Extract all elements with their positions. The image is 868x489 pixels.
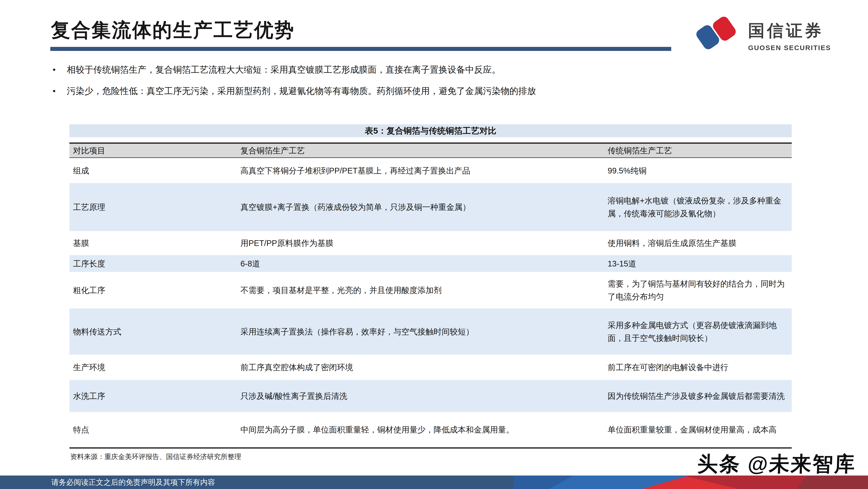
cell-composite-process: 6-8道 bbox=[241, 257, 608, 270]
cell-item-label: 特点 bbox=[69, 423, 241, 436]
cell-composite-process: 用PET/PP原料膜作为基膜 bbox=[241, 237, 608, 249]
header-cell-traditional: 传统铜箔生产工艺 bbox=[608, 145, 792, 156]
cell-item-label: 粗化工序 bbox=[69, 284, 241, 297]
cell-composite-process: 真空镀膜+离子置换（药液成份较为简单，只涉及铜一种重金属） bbox=[241, 201, 608, 214]
table-row: 物料传送方式 采用连续离子置换法（操作容易，效率好，与空气接触时间较短） 采用多… bbox=[69, 308, 792, 355]
table-row: 水洗工序 只涉及碱/酸性离子置换后清洗 因为传统铜箔生产涉及镀多种金属镀后都需要… bbox=[69, 380, 792, 412]
logo-name-cn: 国信证券 bbox=[748, 20, 831, 42]
guosen-logo: 国信证券 GUOSEN SECURITIES bbox=[692, 14, 831, 54]
table-row: 基膜 用PET/PP原料膜作为基膜 使用铜料，溶铜后生成原箔生产基膜 bbox=[69, 231, 792, 255]
page-title: 复合集流体的生产工艺优势 bbox=[51, 17, 295, 43]
footer-disclaimer: 请务必阅读正文之后的免责声明及其项下所有内容 bbox=[51, 476, 215, 489]
cell-traditional-process: 使用铜料，溶铜后生成原箔生产基膜 bbox=[608, 237, 792, 249]
comparison-table: 表5：复合铜箔与传统铜箔工艺对比 对比项目 复合铜箔生产工艺 传统铜箔生产工艺 … bbox=[69, 124, 792, 461]
table-row: 特点 中间层为高分子膜，单位面积重量轻，铜材使用量少，降低成本和金属用量。 单位… bbox=[69, 412, 792, 447]
table-row: 工序长度 6-8道 13-15道 bbox=[69, 255, 792, 272]
bullet-text: 相较于传统铜箔生产，复合铜箔工艺流程大大缩短：采用真空镀膜工艺形成膜面，直接在离… bbox=[67, 64, 501, 75]
cell-composite-process: 采用连续离子置换法（操作容易，效率好，与空气接触时间较短） bbox=[241, 325, 608, 338]
cell-item-label: 水洗工序 bbox=[69, 390, 241, 402]
header-cell-composite: 复合铜箔生产工艺 bbox=[241, 145, 608, 156]
cell-traditional-process: 99.5%纯铜 bbox=[608, 164, 792, 177]
cell-item-label: 组成 bbox=[69, 164, 241, 177]
cell-composite-process: 不需要，项目基材是平整，光亮的，并且使用酸度添加剂 bbox=[241, 284, 608, 297]
logo-text: 国信证券 GUOSEN SECURITIES bbox=[748, 20, 831, 52]
logo-name-en: GUOSEN SECURITIES bbox=[748, 44, 831, 52]
cell-traditional-process: 采用多种金属电镀方式（更容易使镀液滴漏到地面，且于空气接触时间较长） bbox=[608, 319, 792, 344]
cell-item-label: 物料传送方式 bbox=[69, 325, 241, 338]
table-row: 工艺原理 真空镀膜+离子置换（药液成份较为简单，只涉及铜一种重金属） 溶铜电解+… bbox=[69, 183, 792, 231]
guosen-logo-icon bbox=[692, 14, 742, 54]
footer-decorative-graphic bbox=[513, 476, 868, 489]
cell-traditional-process: 13-15道 bbox=[608, 257, 792, 270]
table-caption-gap bbox=[69, 137, 792, 143]
watermark-text: 头条 @未来智库 bbox=[697, 450, 857, 478]
bullet-text: 污染少，危险性低：真空工序无污染，采用新型药剂，规避氰化物等有毒物质。药剂循环使… bbox=[67, 85, 536, 97]
header-cell-item: 对比项目 bbox=[69, 145, 241, 156]
bullet-dot-icon: • bbox=[53, 64, 67, 75]
cell-traditional-process: 需要，为了铜箔与基材间有较好的结合力，同时为了电流分布均匀 bbox=[608, 277, 792, 303]
cell-item-label: 生产环境 bbox=[69, 361, 241, 374]
slide-page: 复合集流体的生产工艺优势 国信证券 GUOSEN SECURITIES • 相较… bbox=[0, 0, 868, 489]
cell-traditional-process: 单位面积重量较重，金属铜材使用量高，成本高 bbox=[608, 423, 792, 436]
table-caption: 表5：复合铜箔与传统铜箔工艺对比 bbox=[69, 124, 792, 137]
cell-item-label: 工艺原理 bbox=[69, 201, 241, 214]
table-row: 生产环境 前工序真空腔体构成了密闭环境 前工序在可密闭的电解设备中进行 bbox=[69, 355, 792, 380]
bullet-dot-icon: • bbox=[53, 85, 67, 97]
bullet-item: • 相较于传统铜箔生产，复合铜箔工艺流程大大缩短：采用真空镀膜工艺形成膜面，直接… bbox=[53, 64, 501, 75]
cell-composite-process: 中间层为高分子膜，单位面积重量轻，铜材使用量少，降低成本和金属用量。 bbox=[241, 423, 608, 436]
cell-composite-process: 高真空下将铜分子堆积到PP/PET基膜上，再经过离子置换出产品 bbox=[241, 164, 608, 177]
table-body: 对比项目 复合铜箔生产工艺 传统铜箔生产工艺 组成 高真空下将铜分子堆积到PP/… bbox=[69, 143, 792, 449]
table-row: 粗化工序 不需要，项目基材是平整，光亮的，并且使用酸度添加剂 需要，为了铜箔与基… bbox=[69, 272, 792, 308]
footer-bar: 请务必阅读正文之后的免责声明及其项下所有内容 bbox=[0, 476, 868, 489]
cell-item-label: 基膜 bbox=[69, 237, 241, 249]
bullet-item: • 污染少，危险性低：真空工序无污染，采用新型药剂，规避氰化物等有毒物质。药剂循… bbox=[53, 85, 536, 97]
cell-traditional-process: 因为传统铜箔生产涉及镀多种金属镀后都需要清洗 bbox=[608, 390, 792, 402]
source-note: 资料来源：重庆金美环评报告、国信证券经济研究所整理 bbox=[69, 452, 792, 461]
table-row: 组成 高真空下将铜分子堆积到PP/PET基膜上，再经过离子置换出产品 99.5%… bbox=[69, 158, 792, 183]
cell-composite-process: 只涉及碱/酸性离子置换后清洗 bbox=[241, 390, 608, 402]
cell-traditional-process: 前工序在可密闭的电解设备中进行 bbox=[608, 361, 792, 374]
table-header-row: 对比项目 复合铜箔生产工艺 传统铜箔生产工艺 bbox=[69, 144, 792, 158]
cell-traditional-process: 溶铜电解+水电镀（镀液成份复杂，涉及多种重金属，传统毒液可能涉及氰化物） bbox=[608, 194, 792, 220]
cell-composite-process: 前工序真空腔体构成了密闭环境 bbox=[241, 361, 608, 374]
cell-item-label: 工序长度 bbox=[69, 257, 241, 270]
title-underline bbox=[50, 47, 671, 51]
